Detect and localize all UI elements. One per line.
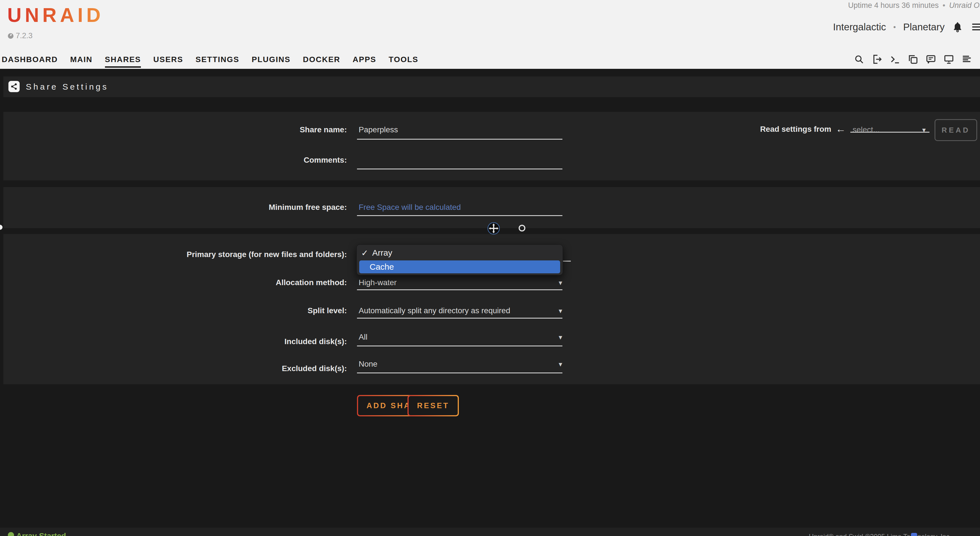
allocation-method-underline <box>357 289 562 290</box>
share-icon[interactable] <box>8 81 20 92</box>
copy-icon[interactable] <box>908 54 918 65</box>
unraid-logo[interactable]: UNRAID <box>7 4 104 26</box>
dropdown-option-label: Array <box>372 248 392 258</box>
nav-item-main[interactable]: MAIN <box>70 55 92 66</box>
primary-storage-underline <box>562 261 571 262</box>
version-badge: 7.2.3 <box>8 32 33 40</box>
nav-item-tools[interactable]: TOOLS <box>389 55 418 66</box>
bullet-separator: • <box>893 23 896 32</box>
toolbar-icons <box>854 54 980 65</box>
nav-item-docker[interactable]: DOCKER <box>303 55 340 66</box>
allocation-method-select[interactable]: High-water <box>359 278 396 287</box>
top-header: UNRAID 7.2.3 Uptime 4 hours 36 minutes•U… <box>0 0 980 69</box>
array-status-label[interactable]: Array Started <box>16 531 66 536</box>
bullet-separator: • <box>943 1 945 10</box>
footer-blue-icon[interactable] <box>911 533 917 536</box>
edge-dot-icon <box>0 225 3 230</box>
unraid-webgui: UNRAID 7.2.3 Uptime 4 hours 36 minutes•U… <box>0 0 980 536</box>
nav-item-apps[interactable]: APPS <box>353 55 376 66</box>
nav-item-settings[interactable]: SETTINGS <box>196 55 239 66</box>
share-name-underline <box>357 139 562 140</box>
log-icon[interactable] <box>961 54 972 65</box>
split-level-underline <box>357 318 562 319</box>
move-cursor-icon <box>487 222 500 236</box>
caret-down-icon: ▾ <box>556 307 565 315</box>
nav-item-plugins[interactable]: PLUGINS <box>252 55 291 66</box>
excluded-disks-underline <box>357 373 562 373</box>
cursor-circle-icon <box>519 225 525 231</box>
read-settings-underline <box>850 132 929 132</box>
copyright-text: Unraid® and Swirl ©2005 Lime Technology,… <box>809 533 950 536</box>
search-icon[interactable] <box>854 54 864 65</box>
arrow-left-icon: ← <box>836 123 846 135</box>
included-disks-select[interactable]: All <box>359 333 368 341</box>
sign-out-icon[interactable] <box>872 54 882 65</box>
nav-item-dashboard[interactable]: DASHBOARD <box>2 55 58 66</box>
array-status-icon <box>8 532 14 536</box>
min-free-space-input[interactable]: Free Space will be calculated <box>359 203 461 212</box>
os-edition-label: Unraid OS Starter <box>949 1 980 10</box>
excluded-disks-select[interactable]: None <box>359 360 377 368</box>
min-free-space-underline <box>357 215 562 216</box>
reset-button[interactable]: RESET <box>407 395 459 416</box>
nav-item-shares[interactable]: SHARES <box>105 55 141 68</box>
share-name-input[interactable]: Paperpless <box>359 125 398 134</box>
page-title-bar <box>3 77 980 97</box>
primary-storage-label: Primary storage (for new files and folde… <box>157 250 347 259</box>
read-settings-select[interactable]: select... <box>853 125 880 134</box>
comments-label: Comments: <box>157 156 347 164</box>
menu-icon[interactable] <box>970 21 980 33</box>
read-button[interactable]: READ <box>934 119 977 141</box>
split-level-select[interactable]: Automatically split any directory as req… <box>359 306 510 315</box>
version-label: 7.2.3 <box>16 32 33 40</box>
feedback-icon[interactable] <box>926 54 936 65</box>
comments-underline <box>357 169 562 169</box>
min-free-space-label: Minimum free space: <box>157 203 347 212</box>
excluded-disks-label: Excluded disk(s): <box>157 364 347 373</box>
main-nav: DASHBOARD MAIN SHARES USERS SETTINGS PLU… <box>2 55 418 68</box>
read-settings-label: Read settings from <box>758 125 831 134</box>
uptime-line: Uptime 4 hours 36 minutes•Unraid OS Star… <box>848 1 980 10</box>
primary-storage-dropdown: ✓ Array Cache <box>356 244 563 275</box>
included-disks-underline <box>357 346 562 346</box>
notifications-bell-icon[interactable] <box>952 21 963 33</box>
included-disks-label: Included disk(s): <box>157 337 347 346</box>
footer-bar: Array Started Unraid® and Swirl ©2005 Li… <box>0 528 980 536</box>
version-icon <box>8 33 13 39</box>
check-icon: ✓ <box>361 248 368 258</box>
dropdown-option-array[interactable]: ✓ Array <box>361 248 392 258</box>
reset-button-label: RESET <box>409 396 458 415</box>
server-description: Planetary <box>903 21 945 33</box>
uptime-label: Uptime 4 hours 36 minutes <box>848 1 939 10</box>
terminal-icon[interactable] <box>889 54 900 65</box>
caret-down-icon: ▾ <box>556 333 565 341</box>
monitor-icon[interactable] <box>943 54 954 65</box>
caret-down-icon: ▾ <box>556 279 565 287</box>
server-name: Intergalactic <box>833 21 886 33</box>
split-level-label: Split level: <box>157 306 347 315</box>
share-name-label: Share name: <box>157 125 347 134</box>
form-section-basic <box>3 112 980 180</box>
caret-down-icon: ▾ <box>922 126 926 134</box>
server-identity: Intergalactic • Planetary <box>833 21 980 33</box>
page-title: Share Settings <box>26 82 108 92</box>
allocation-method-label: Allocation method: <box>157 278 347 287</box>
dropdown-option-cache[interactable]: Cache <box>370 262 394 272</box>
nav-item-users[interactable]: USERS <box>153 55 183 66</box>
caret-down-icon: ▾ <box>556 360 565 368</box>
